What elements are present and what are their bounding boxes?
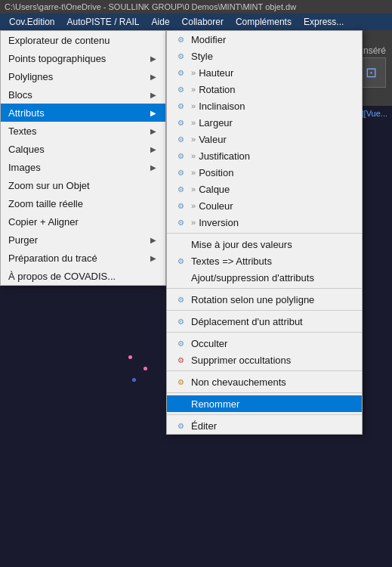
submenu-item-hauteur[interactable]: ⚙ » Hauteur: [167, 64, 362, 81]
points-topo-label: Points topographiques: [8, 53, 150, 64]
rotation-icon: ⚙: [173, 83, 188, 95]
occulter-label: Occulter: [191, 338, 227, 349]
cad-dot-1: [128, 355, 132, 359]
menu-collaborer[interactable]: Collaborer: [176, 15, 230, 29]
submenu-item-editer[interactable]: ⚙ Éditer: [167, 417, 362, 434]
deplacement-attribut-label: Déplacement d'un attribut: [191, 316, 303, 327]
polylignes-label: Polylignes: [8, 71, 150, 82]
images-label: Images: [8, 162, 150, 173]
separator-4: [167, 332, 362, 333]
menu-item-purger[interactable]: Purger ▶: [1, 231, 165, 249]
inclinaison-label: Inclinaison: [199, 101, 245, 112]
zoom-objet-label: Zoom sur un Objet: [8, 180, 156, 191]
calques-menu-label: Calques: [8, 144, 150, 155]
menu-aide[interactable]: Aide: [146, 15, 176, 29]
attributs-label: Attributs: [8, 107, 150, 119]
a-propos-label: À propos de COVADIS...: [8, 271, 156, 282]
submenu-item-occulter[interactable]: ⚙ Occulter: [167, 335, 362, 352]
menu-item-preparation-trace[interactable]: Préparation du tracé ▶: [1, 249, 165, 267]
menu-item-polylignes[interactable]: Polylignes ▶: [1, 67, 165, 85]
submenu-item-couleur[interactable]: ⚙ » Couleur: [167, 197, 362, 214]
textes-label: Textes: [8, 125, 150, 137]
blocs-label: Blocs: [8, 89, 150, 101]
menu-item-textes[interactable]: Textes ▶: [1, 122, 165, 140]
cad-dot-3: [132, 378, 136, 382]
maj-valeurs-icon: [173, 238, 188, 250]
menu-item-calques[interactable]: Calques ▶: [1, 140, 165, 158]
rotation-label: Rotation: [199, 84, 235, 95]
menu-autopiste-rail[interactable]: AutoPISTE / RAIL: [60, 15, 145, 29]
calque-prefix: »: [191, 184, 196, 194]
menu-item-points-topo[interactable]: Points topographiques ▶: [1, 49, 165, 67]
preparation-trace-arrow-icon: ▶: [150, 254, 156, 262]
separator-3: [167, 310, 362, 311]
couleur-prefix: »: [191, 201, 196, 210]
textes-arrow-icon: ▶: [150, 127, 156, 135]
submenu-item-ajout-suppression[interactable]: Ajout/suppression d'attributs: [167, 269, 362, 286]
valeur-label: Valeur: [199, 134, 227, 145]
menu-item-zoom-taille[interactable]: Zoom taille réelle: [1, 194, 165, 212]
preparation-trace-label: Préparation du tracé: [8, 253, 150, 264]
menu-bar: Cov.Edition AutoPISTE / RAIL Aide Collab…: [0, 14, 392, 30]
points-topo-arrow-icon: ▶: [150, 54, 156, 63]
menu-complements[interactable]: Compléments: [230, 15, 298, 29]
rotation-prefix: »: [191, 85, 196, 94]
hauteur-icon: ⚙: [173, 67, 188, 79]
position-label: Position: [199, 167, 233, 178]
largeur-prefix: »: [191, 118, 196, 127]
explorateur-label: Explorateur de contenu: [8, 35, 156, 46]
separator-5: [167, 370, 362, 371]
submenu-item-valeur[interactable]: ⚙ » Valeur: [167, 131, 362, 147]
menu-cov-edition[interactable]: Cov.Edition: [3, 15, 60, 29]
submenu-item-modifier[interactable]: ⚙ Modifier: [167, 31, 362, 48]
calque-label: Calque: [199, 184, 230, 195]
supprimer-occultations-label: Supprimer occultations: [191, 355, 291, 366]
attributs-arrow-icon: ▶: [150, 109, 156, 117]
submenu-item-renommer[interactable]: Renommer: [167, 395, 362, 412]
justification-label: Justification: [199, 150, 250, 162]
editer-icon: ⚙: [173, 420, 188, 432]
menu-item-attributs[interactable]: Attributs ▶: [1, 104, 165, 122]
textes-attributs-label: Textes => Attributs: [191, 256, 272, 267]
largeur-label: Largeur: [199, 117, 233, 129]
submenu-item-justification[interactable]: ⚙ » Justification: [167, 147, 362, 164]
images-arrow-icon: ▶: [150, 163, 156, 172]
rotation-polyligne-icon: ⚙: [173, 293, 188, 305]
justification-icon: ⚙: [173, 150, 188, 162]
menu-item-a-propos[interactable]: À propos de COVADIS...: [1, 267, 165, 285]
submenu-item-supprimer-occultations[interactable]: ⚙ Supprimer occultations: [167, 352, 362, 368]
submenu-item-inclinaison[interactable]: ⚙ » Inclinaison: [167, 98, 362, 114]
insere-label: Inséré: [361, 45, 386, 56]
separator-2: [167, 288, 362, 289]
submenu-item-non-chevauchements[interactable]: ⚙ Non chevauchements: [167, 373, 362, 390]
submenu-item-position[interactable]: ⚙ » Position: [167, 164, 362, 181]
menu-item-zoom-objet[interactable]: Zoom sur un Objet: [1, 176, 165, 194]
submenu-item-deplacement-attribut[interactable]: ⚙ Déplacement d'un attribut: [167, 313, 362, 330]
occulter-icon: ⚙: [173, 337, 188, 349]
inclinaison-prefix: »: [191, 101, 196, 110]
menu-item-copier-aligner[interactable]: Copier + Aligner: [1, 212, 165, 231]
submenu-item-maj-valeurs[interactable]: Mise à jour des valeurs: [167, 236, 362, 253]
submenu-item-rotation-polyligne[interactable]: ⚙ Rotation selon une polyligne: [167, 291, 362, 308]
supprimer-occultations-icon: ⚙: [173, 354, 188, 366]
separator-7: [167, 414, 362, 415]
style-label: Style: [191, 51, 213, 62]
menu-item-blocs[interactable]: Blocs ▶: [1, 85, 165, 104]
purger-label: Purger: [8, 234, 150, 246]
submenu-item-largeur[interactable]: ⚙ » Largeur: [167, 114, 362, 131]
renommer-icon: [173, 398, 188, 410]
menu-item-explorateur[interactable]: Explorateur de contenu: [1, 31, 165, 49]
valeur-prefix: »: [191, 135, 196, 144]
position-icon: ⚙: [173, 166, 188, 178]
submenu-item-rotation[interactable]: ⚙ » Rotation: [167, 81, 362, 98]
menu-express[interactable]: Express...: [298, 15, 350, 29]
submenu-item-textes-attributs[interactable]: ⚙ Textes => Attributs: [167, 253, 362, 269]
modifier-label: Modifier: [191, 34, 226, 45]
submenu-item-inversion[interactable]: ⚙ » Inversion: [167, 214, 362, 231]
menu-item-images[interactable]: Images ▶: [1, 158, 165, 176]
submenu-item-style[interactable]: ⚙ Style: [167, 48, 362, 64]
submenu-item-calque[interactable]: ⚙ » Calque: [167, 181, 362, 197]
renommer-label: Renommer: [191, 398, 239, 410]
title-text: C:\Users\garre-t\OneDrive - SOULLINK GRO…: [5, 2, 296, 11]
inversion-icon: ⚙: [173, 216, 188, 228]
